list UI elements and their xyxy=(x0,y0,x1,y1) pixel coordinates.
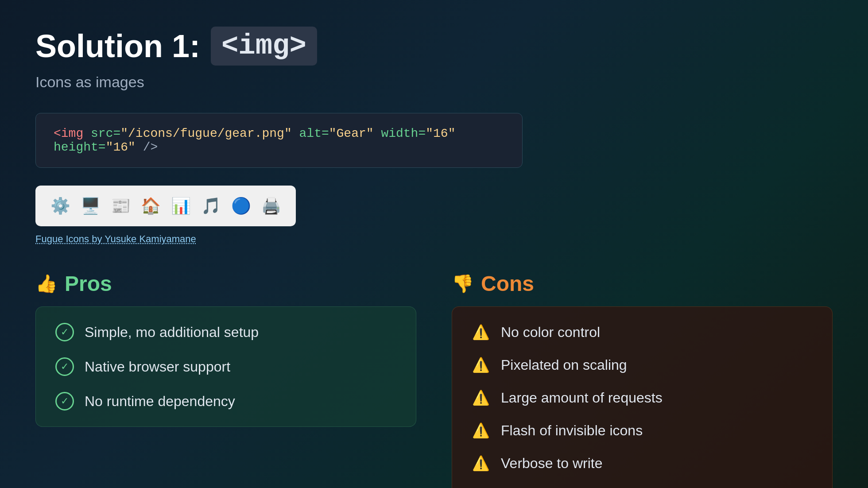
pros-item-3: ✓ No runtime dependency xyxy=(55,392,396,411)
bottom-section: 👍 Pros ✓ Simple, mo additional setup ✓ N… xyxy=(35,271,833,488)
icon-gear: ⚙️ xyxy=(49,194,72,217)
pros-item-1: ✓ Simple, mo additional setup xyxy=(55,323,396,341)
code-val-width: "16" xyxy=(426,127,455,140)
icons-showcase: ⚙️ 🖥️ 📰 🏠 📊 🎵 🔵 🖨️ xyxy=(35,186,296,226)
pros-label: Pros xyxy=(65,271,112,296)
cons-item-1: ⚠️ No color control xyxy=(472,323,813,341)
icon-arrow: 🔵 xyxy=(229,194,252,217)
code-attr-height: height= xyxy=(54,140,106,154)
check-icon-3: ✓ xyxy=(55,392,74,411)
pros-section: 👍 Pros ✓ Simple, mo additional setup ✓ N… xyxy=(35,271,416,488)
cons-item-1-text: No color control xyxy=(501,324,600,341)
thumbs-up-icon: 👍 xyxy=(35,273,58,294)
icon-caption: Fugue Icons by Yusuke Kamiyamane xyxy=(35,233,833,245)
icon-music: 🎵 xyxy=(199,194,222,217)
code-attr-width: width= xyxy=(381,127,426,140)
warn-icon-1: ⚠️ xyxy=(472,323,490,341)
caption-text: Fugue Icons by xyxy=(35,233,105,244)
cons-item-5: ⚠️ Verbose to write xyxy=(472,454,813,473)
cons-item-3: ⚠️ Large amount of requests xyxy=(472,388,813,407)
code-tag-open: <img xyxy=(54,127,83,140)
pros-title: 👍 Pros xyxy=(35,271,416,296)
code-block: <img src="/icons/fugue/gear.png" alt="Ge… xyxy=(35,113,523,168)
cons-item-2: ⚠️ Pixelated on scaling xyxy=(472,356,813,374)
icon-memory: 🖥️ xyxy=(79,194,102,217)
main-container: Solution 1: <img> Icons as images <img s… xyxy=(0,0,868,488)
cons-item-4: ⚠️ Flash of invisible icons xyxy=(472,421,813,440)
code-attr-src: src= xyxy=(91,127,120,140)
icon-home: 🏠 xyxy=(139,194,162,217)
pros-card: ✓ Simple, mo additional setup ✓ Native b… xyxy=(35,306,416,427)
warn-icon-4: ⚠️ xyxy=(472,421,490,440)
pros-item-2-text: Native browser support xyxy=(85,359,230,375)
warn-icon-3: ⚠️ xyxy=(472,388,490,407)
cons-label: Cons xyxy=(481,271,534,296)
cons-item-2-text: Pixelated on scaling xyxy=(501,357,627,373)
code-self-close: /> xyxy=(143,140,158,154)
code-val-height: "16" xyxy=(106,140,136,154)
caption-author[interactable]: Yusuke Kamiyamane xyxy=(105,233,196,244)
check-icon-2: ✓ xyxy=(55,357,74,376)
icon-table: 📊 xyxy=(169,194,192,217)
icon-rss: 📰 xyxy=(109,194,132,217)
pros-item-3-text: No runtime dependency xyxy=(85,393,235,410)
page-subtitle: Icons as images xyxy=(35,74,833,91)
title-prefix: Solution 1: xyxy=(35,28,200,64)
cons-item-4-text: Flash of invisible icons xyxy=(501,422,643,439)
title-tag: <img> xyxy=(211,27,317,66)
warn-icon-2: ⚠️ xyxy=(472,356,490,374)
icon-printer: 🖨️ xyxy=(260,194,283,217)
cons-item-5-text: Verbose to write xyxy=(501,455,602,472)
code-val-alt: "Gear" xyxy=(329,127,374,140)
thumbs-down-icon: 👎 xyxy=(452,273,474,294)
cons-item-3-text: Large amount of requests xyxy=(501,390,663,406)
cons-title: 👎 Cons xyxy=(452,271,833,296)
cons-card: ⚠️ No color control ⚠️ Pixelated on scal… xyxy=(452,306,833,488)
page-title: Solution 1: <img> xyxy=(35,27,833,66)
cons-section: 👎 Cons ⚠️ No color control ⚠️ Pixelated … xyxy=(452,271,833,488)
code-attr-alt: alt= xyxy=(299,127,329,140)
check-icon-1: ✓ xyxy=(55,323,74,341)
code-val-src: "/icons/fugue/gear.png" xyxy=(120,127,291,140)
pros-item-1-text: Simple, mo additional setup xyxy=(85,324,259,341)
warn-icon-5: ⚠️ xyxy=(472,454,490,473)
pros-item-2: ✓ Native browser support xyxy=(55,357,396,376)
